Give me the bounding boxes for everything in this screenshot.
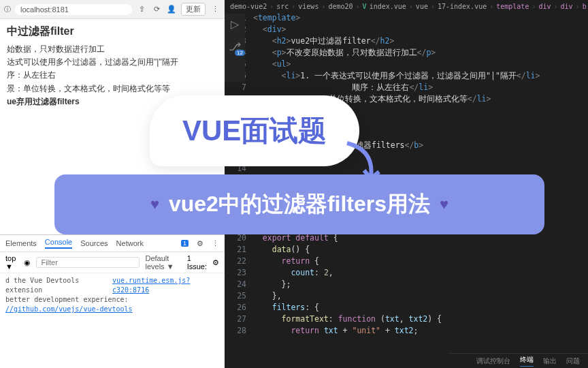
address-bar: ⓘ localhost:8181 ⇪ ⟳ 👤 更新 ⋮ (0, 0, 225, 19)
gear-icon[interactable]: ⚙ (212, 258, 219, 267)
tab-terminal[interactable]: 终端 (520, 355, 534, 367)
title-bubble: VUE面试题 (150, 95, 359, 166)
terminal-tabs: 调试控制台 终端 输出 问题 4 (449, 353, 588, 368)
menu-icon[interactable]: ⋮ (210, 5, 220, 14)
heart-icon: ♥ (150, 196, 159, 213)
page-title: 中过滤器filter (7, 25, 218, 39)
tab-problems[interactable]: 问题 (566, 356, 580, 366)
url-field[interactable]: localhost:8181 (15, 4, 132, 15)
error-badge[interactable]: 1 (181, 240, 189, 247)
page-text: 序：从左往右 (7, 69, 218, 82)
profile-icon[interactable]: 👤 (166, 5, 177, 14)
top-context[interactable]: top ▼ (5, 254, 18, 271)
update-button[interactable]: 更新 (181, 3, 206, 16)
tab-elements[interactable]: Elements (5, 239, 37, 247)
info-icon[interactable]: ⓘ (4, 5, 11, 14)
devtools-tabs: Elements Console Sources Network 1 ⚙ ⋮ (0, 235, 225, 252)
levels-dropdown[interactable]: Default levels ▼ (145, 254, 181, 271)
tab-network[interactable]: Network (116, 239, 144, 247)
page-text: 景：单位转换，文本格式化，时间格式化等等 (7, 82, 218, 95)
tab-output[interactable]: 输出 (543, 356, 557, 366)
console-filter-row: top ▼ ◉ Default levels ▼ 1 Issue: ⚙ (0, 252, 225, 273)
editor-activity-bar: ▷ ⎇ (225, 14, 245, 82)
reload-icon[interactable]: ⟳ (151, 5, 162, 14)
source-link[interactable]: vue.runtime.esm.js?c320:8716 (112, 276, 219, 295)
source-control-icon[interactable]: ⎇ (229, 40, 241, 53)
heart-icon: ♥ (440, 196, 448, 213)
tab-debug-console[interactable]: 调试控制台 (476, 356, 510, 366)
page-text: 始数据，只对数据进行加工 (7, 43, 218, 56)
live-icon[interactable]: ◉ (24, 258, 31, 267)
issue-count[interactable]: 1 Issue: (187, 254, 207, 271)
gear-icon[interactable]: ⚙ (197, 239, 203, 248)
devtools-pane: Elements Console Sources Network 1 ⚙ ⋮ t… (0, 234, 225, 317)
debug-icon[interactable]: ▷ (231, 18, 239, 31)
filter-input[interactable] (36, 257, 140, 268)
more-icon[interactable]: ⋮ (212, 239, 219, 248)
breadcrumb[interactable]: demo-vue2› src› views› demo20› Vindex.vu… (225, 0, 588, 12)
share-icon[interactable]: ⇪ (136, 5, 147, 14)
source-link[interactable]: //github.com/vuejs/vue-devtools (5, 305, 133, 313)
subtitle-banner: ♥ vue2中的过滤器filters用法 ♥ (54, 174, 544, 234)
console-output: d the Vue Devtools extension vue.runtime… (0, 273, 225, 317)
page-text: 达式可以使用多个过滤器，过滤器之间用"|"隔开 (7, 56, 218, 69)
tab-console[interactable]: Console (45, 238, 72, 249)
tab-sources[interactable]: Sources (80, 239, 108, 247)
